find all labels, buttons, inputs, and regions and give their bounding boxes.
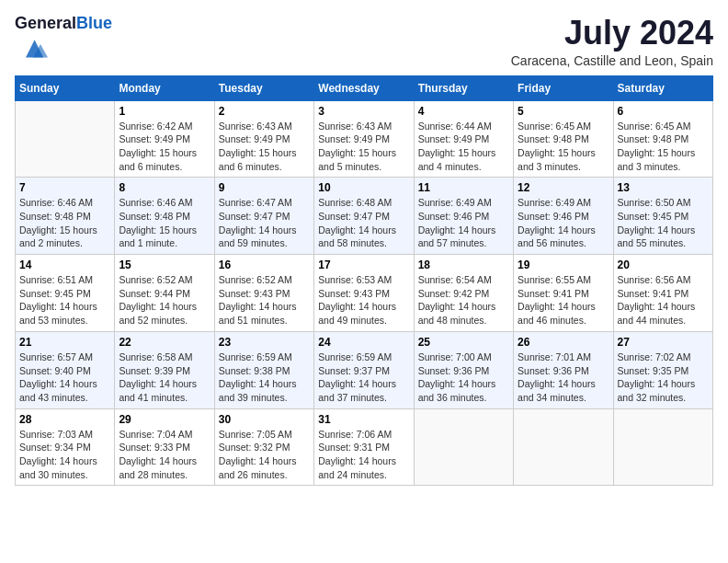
week-row-5: 28Sunrise: 7:03 AMSunset: 9:34 PMDayligh… — [16, 408, 713, 486]
calendar-cell: 21Sunrise: 6:57 AMSunset: 9:40 PMDayligh… — [16, 331, 115, 408]
day-number: 26 — [518, 336, 609, 349]
calendar-cell: 14Sunrise: 6:51 AMSunset: 9:45 PMDayligh… — [16, 255, 115, 332]
weekday-monday: Monday — [115, 75, 214, 100]
weekday-friday: Friday — [514, 75, 613, 100]
calendar-table: SundayMondayTuesdayWednesdayThursdayFrid… — [15, 75, 713, 487]
day-info: Sunrise: 6:43 AMSunset: 9:49 PMDaylight:… — [219, 120, 310, 174]
day-number: 2 — [219, 105, 310, 118]
calendar-cell: 29Sunrise: 7:04 AMSunset: 9:33 PMDayligh… — [115, 408, 214, 486]
location: Caracena, Castille and Leon, Spain — [511, 53, 713, 68]
day-info: Sunrise: 6:42 AMSunset: 9:49 PMDaylight:… — [119, 120, 210, 174]
day-info: Sunrise: 6:51 AMSunset: 9:45 PMDaylight:… — [19, 273, 110, 327]
logo-blue: Blue — [76, 14, 112, 32]
day-number: 13 — [618, 181, 709, 194]
day-number: 19 — [518, 259, 609, 271]
calendar-cell: 20Sunrise: 6:56 AMSunset: 9:41 PMDayligh… — [613, 255, 712, 332]
day-number: 11 — [418, 181, 509, 194]
calendar-cell — [16, 100, 115, 178]
day-number: 24 — [318, 336, 409, 349]
day-number: 29 — [119, 413, 210, 426]
day-number: 16 — [219, 259, 310, 271]
day-info: Sunrise: 6:52 AMSunset: 9:43 PMDaylight:… — [219, 273, 310, 327]
day-number: 9 — [219, 181, 310, 194]
day-info: Sunrise: 6:50 AMSunset: 9:45 PMDaylight:… — [618, 196, 709, 250]
calendar-cell: 22Sunrise: 6:58 AMSunset: 9:39 PMDayligh… — [115, 331, 214, 408]
week-row-3: 14Sunrise: 6:51 AMSunset: 9:45 PMDayligh… — [16, 255, 713, 332]
day-number: 4 — [418, 105, 509, 118]
weekday-sunday: Sunday — [16, 75, 115, 100]
calendar-cell: 7Sunrise: 6:46 AMSunset: 9:48 PMDaylight… — [16, 178, 115, 255]
page-header: GeneralBlue July 2024 Caracena, Castille… — [15, 15, 713, 68]
day-info: Sunrise: 6:59 AMSunset: 9:38 PMDaylight:… — [219, 350, 310, 405]
day-info: Sunrise: 6:44 AMSunset: 9:49 PMDaylight:… — [418, 120, 509, 174]
calendar-cell: 17Sunrise: 6:53 AMSunset: 9:43 PMDayligh… — [314, 255, 414, 332]
day-number: 15 — [119, 259, 210, 271]
week-row-4: 21Sunrise: 6:57 AMSunset: 9:40 PMDayligh… — [16, 331, 713, 408]
calendar-cell: 5Sunrise: 6:45 AMSunset: 9:48 PMDaylight… — [514, 100, 613, 178]
day-number: 12 — [518, 181, 609, 194]
calendar-cell: 9Sunrise: 6:47 AMSunset: 9:47 PMDaylight… — [214, 178, 313, 255]
day-number: 21 — [19, 336, 110, 349]
calendar-cell: 2Sunrise: 6:43 AMSunset: 9:49 PMDaylight… — [214, 100, 313, 178]
logo-general: General — [15, 14, 76, 32]
calendar-cell: 26Sunrise: 7:01 AMSunset: 9:36 PMDayligh… — [514, 331, 613, 408]
day-number: 1 — [119, 105, 210, 118]
day-info: Sunrise: 6:49 AMSunset: 9:46 PMDaylight:… — [418, 196, 509, 250]
week-row-1: 1Sunrise: 6:42 AMSunset: 9:49 PMDaylight… — [16, 100, 713, 178]
weekday-tuesday: Tuesday — [214, 75, 313, 100]
day-info: Sunrise: 6:56 AMSunset: 9:41 PMDaylight:… — [618, 273, 709, 327]
calendar-cell: 23Sunrise: 6:59 AMSunset: 9:38 PMDayligh… — [214, 331, 313, 408]
day-number: 18 — [418, 259, 509, 271]
day-info: Sunrise: 7:02 AMSunset: 9:35 PMDaylight:… — [618, 350, 709, 405]
calendar-cell: 30Sunrise: 7:05 AMSunset: 9:32 PMDayligh… — [214, 408, 313, 486]
calendar-cell — [613, 408, 712, 486]
calendar-cell: 24Sunrise: 6:59 AMSunset: 9:37 PMDayligh… — [314, 331, 414, 408]
day-info: Sunrise: 6:46 AMSunset: 9:48 PMDaylight:… — [19, 196, 110, 250]
day-info: Sunrise: 7:05 AMSunset: 9:32 PMDaylight:… — [219, 428, 310, 482]
day-info: Sunrise: 6:53 AMSunset: 9:43 PMDaylight:… — [318, 273, 409, 327]
calendar-cell: 19Sunrise: 6:55 AMSunset: 9:41 PMDayligh… — [514, 255, 613, 332]
day-number: 31 — [318, 413, 409, 426]
day-info: Sunrise: 6:52 AMSunset: 9:44 PMDaylight:… — [119, 273, 210, 327]
day-info: Sunrise: 7:06 AMSunset: 9:31 PMDaylight:… — [318, 428, 409, 482]
day-info: Sunrise: 6:45 AMSunset: 9:48 PMDaylight:… — [618, 120, 709, 174]
day-info: Sunrise: 6:55 AMSunset: 9:41 PMDaylight:… — [518, 273, 609, 327]
day-number: 14 — [19, 259, 110, 271]
day-number: 27 — [618, 336, 709, 349]
day-info: Sunrise: 6:49 AMSunset: 9:46 PMDaylight:… — [518, 196, 609, 250]
week-row-2: 7Sunrise: 6:46 AMSunset: 9:48 PMDaylight… — [16, 178, 713, 255]
day-number: 28 — [19, 413, 110, 426]
weekday-saturday: Saturday — [613, 75, 712, 100]
calendar-cell: 28Sunrise: 7:03 AMSunset: 9:34 PMDayligh… — [16, 408, 115, 486]
day-number: 3 — [318, 105, 409, 118]
day-info: Sunrise: 6:58 AMSunset: 9:39 PMDaylight:… — [119, 350, 210, 405]
weekday-thursday: Thursday — [414, 75, 513, 100]
day-number: 17 — [318, 259, 409, 271]
calendar-cell: 25Sunrise: 7:00 AMSunset: 9:36 PMDayligh… — [414, 331, 513, 408]
calendar-cell: 16Sunrise: 6:52 AMSunset: 9:43 PMDayligh… — [214, 255, 313, 332]
calendar-cell: 6Sunrise: 6:45 AMSunset: 9:48 PMDaylight… — [613, 100, 712, 178]
title-block: July 2024 Caracena, Castille and Leon, S… — [511, 15, 713, 68]
calendar-cell — [514, 408, 613, 486]
calendar-cell: 31Sunrise: 7:06 AMSunset: 9:31 PMDayligh… — [314, 408, 414, 486]
calendar-cell: 10Sunrise: 6:48 AMSunset: 9:47 PMDayligh… — [314, 178, 414, 255]
day-number: 5 — [518, 105, 609, 118]
day-number: 23 — [219, 336, 310, 349]
day-info: Sunrise: 6:48 AMSunset: 9:47 PMDaylight:… — [318, 196, 409, 250]
month-title: July 2024 — [511, 15, 713, 52]
day-info: Sunrise: 7:04 AMSunset: 9:33 PMDaylight:… — [119, 428, 210, 482]
day-number: 8 — [119, 181, 210, 194]
day-number: 25 — [418, 336, 509, 349]
day-info: Sunrise: 7:01 AMSunset: 9:36 PMDaylight:… — [518, 350, 609, 405]
day-number: 7 — [19, 181, 110, 194]
calendar-cell: 15Sunrise: 6:52 AMSunset: 9:44 PMDayligh… — [115, 255, 214, 332]
day-number: 20 — [618, 259, 709, 271]
day-info: Sunrise: 6:45 AMSunset: 9:48 PMDaylight:… — [518, 120, 609, 174]
day-info: Sunrise: 6:59 AMSunset: 9:37 PMDaylight:… — [318, 350, 409, 405]
weekday-header-row: SundayMondayTuesdayWednesdayThursdayFrid… — [16, 75, 713, 100]
weekday-wednesday: Wednesday — [314, 75, 414, 100]
day-number: 10 — [318, 181, 409, 194]
day-number: 30 — [219, 413, 310, 426]
day-number: 22 — [119, 336, 210, 349]
calendar-cell: 3Sunrise: 6:43 AMSunset: 9:49 PMDaylight… — [314, 100, 414, 178]
